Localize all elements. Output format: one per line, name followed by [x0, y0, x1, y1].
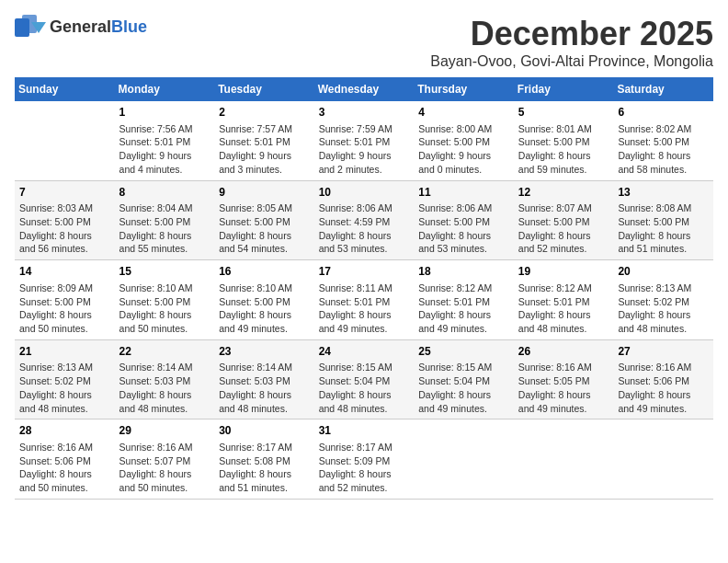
calendar-cell: 24Sunrise: 8:15 AMSunset: 5:04 PMDayligh… [314, 339, 415, 419]
cell-detail: Sunset: 5:09 PM [319, 454, 410, 468]
day-number: 1 [119, 105, 210, 121]
calendar-cell [414, 419, 514, 500]
calendar-cell: 12Sunrise: 8:07 AMSunset: 5:00 PMDayligh… [514, 180, 614, 260]
cell-detail: Sunset: 5:01 PM [319, 135, 410, 149]
cell-detail: Daylight: 8 hours [219, 388, 310, 402]
cell-detail: Sunrise: 8:03 AM [19, 201, 110, 215]
calendar-table: SundayMondayTuesdayWednesdayThursdayFrid… [15, 77, 713, 500]
cell-detail: Sunrise: 8:12 AM [518, 282, 609, 295]
cell-detail: Daylight: 9 hours [219, 149, 310, 163]
day-number: 4 [418, 105, 509, 121]
weekday-header-monday: Monday [115, 77, 215, 101]
cell-detail: Sunrise: 8:06 AM [319, 201, 410, 215]
day-number: 13 [618, 185, 709, 201]
cell-detail: Sunset: 5:00 PM [418, 135, 509, 149]
calendar-cell: 23Sunrise: 8:14 AMSunset: 5:03 PMDayligh… [214, 339, 314, 419]
cell-detail: Sunset: 5:00 PM [618, 215, 709, 229]
logo-icon [15, 15, 46, 40]
cell-detail: Sunset: 5:00 PM [518, 135, 609, 149]
cell-detail: Daylight: 8 hours [119, 308, 210, 322]
cell-detail: and 49 minutes. [418, 402, 509, 416]
day-number: 9 [219, 185, 310, 201]
cell-detail: and 48 minutes. [618, 322, 709, 336]
cell-detail: Daylight: 9 hours [319, 149, 410, 163]
calendar-cell: 20Sunrise: 8:13 AMSunset: 5:02 PMDayligh… [613, 260, 713, 340]
calendar-cell [15, 101, 115, 180]
weekday-header-sunday: Sunday [15, 77, 115, 101]
cell-detail: Sunset: 5:03 PM [219, 374, 310, 388]
cell-detail: Sunrise: 8:10 AM [119, 282, 210, 295]
day-number: 30 [219, 423, 310, 439]
cell-detail: and 48 minutes. [518, 322, 609, 336]
cell-detail: Sunrise: 8:17 AM [319, 441, 410, 454]
day-number: 19 [518, 264, 609, 280]
day-number: 14 [19, 264, 110, 280]
day-number: 22 [119, 344, 210, 360]
weekday-header-tuesday: Tuesday [214, 77, 314, 101]
cell-detail: Sunset: 5:05 PM [518, 374, 609, 388]
cell-detail: Daylight: 9 hours [418, 149, 509, 163]
calendar-cell: 9Sunrise: 8:05 AMSunset: 5:00 PMDaylight… [214, 180, 314, 260]
cell-detail: and 2 minutes. [319, 163, 410, 177]
calendar-cell: 4Sunrise: 8:00 AMSunset: 5:00 PMDaylight… [414, 101, 514, 180]
cell-detail: Daylight: 8 hours [19, 229, 110, 243]
cell-detail: Daylight: 8 hours [518, 308, 609, 322]
cell-detail: and 56 minutes. [19, 242, 110, 256]
week-row-4: 21Sunrise: 8:13 AMSunset: 5:02 PMDayligh… [15, 339, 713, 419]
cell-detail: Daylight: 8 hours [418, 229, 509, 243]
cell-detail: Sunset: 5:00 PM [518, 215, 609, 229]
cell-detail: Sunrise: 8:01 AM [518, 122, 609, 136]
logo-general: General [50, 17, 111, 36]
cell-detail: Daylight: 8 hours [518, 229, 609, 243]
cell-detail: Daylight: 8 hours [319, 388, 410, 402]
calendar-cell: 17Sunrise: 8:11 AMSunset: 5:01 PMDayligh… [314, 260, 415, 340]
page-subtitle: Bayan-Ovoo, Govi-Altai Province, Mongoli… [430, 53, 713, 70]
weekday-header-thursday: Thursday [414, 77, 514, 101]
cell-detail: and 3 minutes. [219, 163, 310, 177]
cell-detail: Sunrise: 8:05 AM [219, 201, 310, 215]
cell-detail: and 52 minutes. [518, 242, 609, 256]
cell-detail: and 51 minutes. [618, 242, 709, 256]
calendar-cell: 18Sunrise: 8:12 AMSunset: 5:01 PMDayligh… [414, 260, 514, 340]
cell-detail: and 49 minutes. [618, 402, 709, 416]
cell-detail: Sunset: 5:00 PM [19, 295, 110, 309]
cell-detail: Sunset: 5:00 PM [219, 215, 310, 229]
day-number: 10 [319, 185, 410, 201]
calendar-cell: 8Sunrise: 8:04 AMSunset: 5:00 PMDaylight… [115, 180, 215, 260]
cell-detail: Daylight: 8 hours [518, 388, 609, 402]
calendar-cell: 30Sunrise: 8:17 AMSunset: 5:08 PMDayligh… [214, 419, 314, 500]
calendar-cell: 31Sunrise: 8:17 AMSunset: 5:09 PMDayligh… [314, 419, 415, 500]
day-number: 16 [219, 264, 310, 280]
calendar-cell: 15Sunrise: 8:10 AMSunset: 5:00 PMDayligh… [115, 260, 215, 340]
cell-detail: Sunrise: 8:17 AM [219, 441, 310, 454]
cell-detail: Sunset: 5:02 PM [618, 295, 709, 309]
day-number: 12 [518, 185, 609, 201]
cell-detail: Daylight: 8 hours [518, 149, 609, 163]
calendar-cell: 11Sunrise: 8:06 AMSunset: 5:00 PMDayligh… [414, 180, 514, 260]
cell-detail: Sunset: 5:01 PM [418, 295, 509, 309]
weekday-header-wednesday: Wednesday [314, 77, 415, 101]
cell-detail: Sunrise: 8:13 AM [618, 282, 709, 295]
cell-detail: and 0 minutes. [418, 163, 509, 177]
cell-detail: Sunset: 5:04 PM [319, 374, 410, 388]
cell-detail: and 51 minutes. [219, 481, 310, 495]
cell-detail: and 48 minutes. [319, 402, 410, 416]
cell-detail: Sunrise: 8:04 AM [119, 201, 210, 215]
day-number: 15 [119, 264, 210, 280]
cell-detail: Daylight: 8 hours [319, 308, 410, 322]
cell-detail: Sunrise: 8:02 AM [618, 122, 709, 136]
cell-detail: and 4 minutes. [119, 163, 210, 177]
calendar-cell: 25Sunrise: 8:15 AMSunset: 5:04 PMDayligh… [414, 339, 514, 419]
cell-detail: Daylight: 8 hours [19, 467, 110, 481]
cell-detail: Sunset: 5:06 PM [618, 374, 709, 388]
cell-detail: Sunset: 5:03 PM [119, 374, 210, 388]
calendar-cell: 22Sunrise: 8:14 AMSunset: 5:03 PMDayligh… [115, 339, 215, 419]
cell-detail: Daylight: 8 hours [219, 229, 310, 243]
weekday-header-friday: Friday [514, 77, 614, 101]
page-title: December 2025 [430, 15, 713, 53]
cell-detail: Sunrise: 8:09 AM [19, 282, 110, 295]
cell-detail: and 49 minutes. [418, 322, 509, 336]
day-number: 27 [618, 344, 709, 360]
cell-detail: Sunrise: 8:00 AM [418, 122, 509, 136]
cell-detail: Sunrise: 8:16 AM [119, 441, 210, 454]
